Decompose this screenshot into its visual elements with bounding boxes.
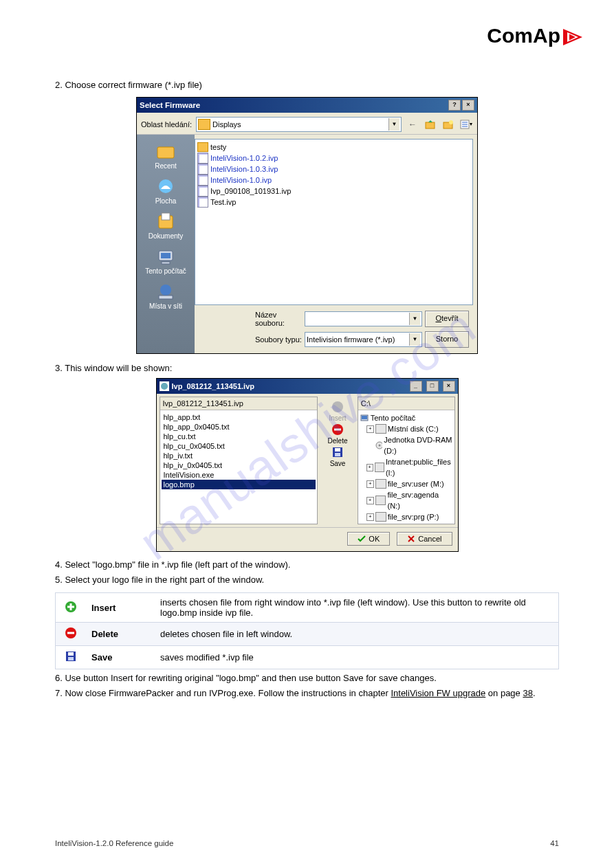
cancel-button[interactable]: Cancel xyxy=(397,532,452,546)
save-icon xyxy=(56,646,87,669)
close-button[interactable]: × xyxy=(443,381,455,392)
ivp-editor-dialog: Ivp_081212_113451.ivp _ □ × Ivp_081212_1… xyxy=(156,378,459,552)
svg-rect-7 xyxy=(157,147,174,158)
link-fw-upgrade[interactable]: InteliVision FW upgrade xyxy=(391,688,485,698)
table-row: Save saves modified *.ivp file xyxy=(56,646,559,669)
help-button[interactable]: ? xyxy=(448,100,461,111)
svg-rect-0 xyxy=(426,122,435,129)
file-item: InteliVision-1.0.ivp xyxy=(197,175,470,186)
drive-icon xyxy=(375,424,386,434)
page-footer: InteliVision-1.2.0 Reference guide 41 xyxy=(55,839,559,847)
select-firmware-dialog: Select Firmware ? × Oblast hledání: Disp… xyxy=(136,97,478,354)
places-documents[interactable]: Dokumenty xyxy=(137,209,195,243)
svg-rect-22 xyxy=(335,448,340,452)
svg-rect-25 xyxy=(362,416,367,419)
tree-node[interactable]: +file_srv:user (M:) xyxy=(360,478,453,489)
delete-icon xyxy=(56,623,87,646)
legend-label: Save xyxy=(86,646,155,669)
tree-node[interactable]: Tento počítač xyxy=(360,412,453,423)
step-5: 5. Select your logo file in the right pa… xyxy=(55,574,559,586)
link-page[interactable]: 38 xyxy=(523,688,532,698)
file-list[interactable]: testy InteliVision-1.0.2.ivp InteliVisio… xyxy=(195,139,473,305)
legend-table: Insert inserts chosen file from right wi… xyxy=(55,592,559,669)
list-item[interactable]: hlp_cu_0x0405.txt xyxy=(162,441,316,451)
filesystem-tree[interactable]: Tento počítač +Místní disk (C:) Jednotka… xyxy=(358,410,454,524)
open-button[interactable]: OOtevříttevřít xyxy=(425,311,469,327)
save-button[interactable]: Save xyxy=(330,460,346,467)
file-icon xyxy=(197,186,208,197)
file-item: Ivp_090108_101931.ivp xyxy=(197,186,470,197)
places-recent[interactable]: Recent xyxy=(137,139,195,173)
close-button[interactable]: × xyxy=(462,100,474,111)
svg-rect-30 xyxy=(67,605,74,608)
svg-rect-10 xyxy=(162,213,170,220)
tree-node[interactable]: +Místní disk (C:) xyxy=(360,423,453,434)
svg-rect-20 xyxy=(334,429,341,431)
ivp-file-list[interactable]: hlp_app.txt hlp_app_0x0405.txt hlp_cu.tx… xyxy=(160,410,318,524)
drive-icon xyxy=(375,463,384,472)
filename-label: Název souboru: xyxy=(255,311,302,327)
list-item[interactable]: hlp_cu.txt xyxy=(162,432,316,441)
cancel-button[interactable]: Storno xyxy=(425,331,469,348)
up-folder-icon[interactable] xyxy=(424,118,437,131)
dialog-title: Ivp_081212_113451.ivp xyxy=(172,382,255,390)
filetype-label: Soubory typu: xyxy=(255,335,302,344)
footer-page-number: 41 xyxy=(550,839,559,847)
list-item[interactable]: hlp_app_0x0405.txt xyxy=(162,422,316,432)
table-row: Insert inserts chosen file from right wi… xyxy=(56,593,559,623)
tree-node[interactable]: +Intranet:public_files (I:) xyxy=(360,456,453,478)
footer-left: InteliVision-1.2.0 Reference guide xyxy=(55,839,173,847)
filesystem-panel: C:\ Tento počítač +Místní disk (C:) Jedn… xyxy=(358,397,455,524)
tree-node[interactable]: +file_srv:prg (P:) xyxy=(360,511,453,522)
file-item: Test.ivp xyxy=(197,197,470,208)
delete-icon xyxy=(331,423,344,436)
svg-point-14 xyxy=(160,285,171,296)
step-6: 6. Use button Insert for rewriting origi… xyxy=(55,672,559,685)
tree-node[interactable]: +file_srv:agenda (N:) xyxy=(360,489,453,511)
lookin-combo[interactable]: Displays ▼ xyxy=(196,117,402,132)
list-item[interactable]: InteliVision.exe xyxy=(162,470,316,480)
view-menu-icon[interactable] xyxy=(459,118,473,131)
panel-header: Ivp_081212_113451.ivp xyxy=(160,397,318,410)
file-icon xyxy=(197,153,208,164)
list-item-selected[interactable]: logo.bmp xyxy=(162,480,316,489)
action-buttons: Insert Delete Save xyxy=(320,397,354,524)
dialog-title: Select Firmware xyxy=(140,101,200,109)
maximize-button[interactable]: □ xyxy=(426,381,439,392)
chevron-down-icon[interactable]: ▼ xyxy=(409,333,420,346)
svg-point-18 xyxy=(332,401,343,412)
drive-icon xyxy=(375,496,386,505)
step-7: 7. Now close FirmwarePacker and run IVPr… xyxy=(55,687,559,700)
list-item[interactable]: hlp_iv_0x0405.txt xyxy=(162,460,316,470)
file-item: InteliVision-1.0.2.ivp xyxy=(197,153,470,164)
list-item[interactable]: hlp_iv.txt xyxy=(162,451,316,460)
insert-button[interactable]: Insert xyxy=(329,414,347,422)
tree-node[interactable]: Jednotka DVD-RAM (D:) xyxy=(360,434,453,456)
legend-desc: saves modified *.ivp file xyxy=(155,646,559,669)
svg-rect-12 xyxy=(161,253,171,258)
places-computer[interactable]: Tento počítač xyxy=(137,244,195,278)
ok-button[interactable]: OK xyxy=(347,532,390,546)
chevron-down-icon[interactable]: ▼ xyxy=(388,118,399,131)
filetype-combo[interactable]: Intelivision firmware (*.ivp)▼ xyxy=(305,332,422,347)
chevron-down-icon[interactable]: ▼ xyxy=(409,313,420,325)
places-bar: Recent Plocha Dokumenty Tento počítač Mí… xyxy=(137,135,195,353)
file-icon xyxy=(197,164,208,175)
lookin-value: Displays xyxy=(212,120,241,129)
back-icon[interactable]: ← xyxy=(406,118,419,131)
list-item[interactable]: hlp_app.txt xyxy=(162,412,316,422)
file-icon xyxy=(197,175,208,186)
legend-label: Insert xyxy=(86,593,155,623)
lookin-label: Oblast hledání: xyxy=(141,120,192,129)
delete-button[interactable]: Delete xyxy=(328,437,348,445)
minimize-button[interactable]: _ xyxy=(410,381,422,392)
new-folder-icon[interactable] xyxy=(441,118,455,131)
drive-icon xyxy=(375,479,386,489)
filename-input[interactable]: ▼ xyxy=(305,311,422,326)
svg-rect-15 xyxy=(159,296,173,299)
places-desktop[interactable]: Plocha xyxy=(137,174,195,208)
places-network[interactable]: Místa v síti xyxy=(137,279,195,313)
legend-desc: deletes chosen file in left window. xyxy=(155,623,559,646)
svg-point-2 xyxy=(449,120,453,124)
file-item: testy xyxy=(197,142,470,153)
